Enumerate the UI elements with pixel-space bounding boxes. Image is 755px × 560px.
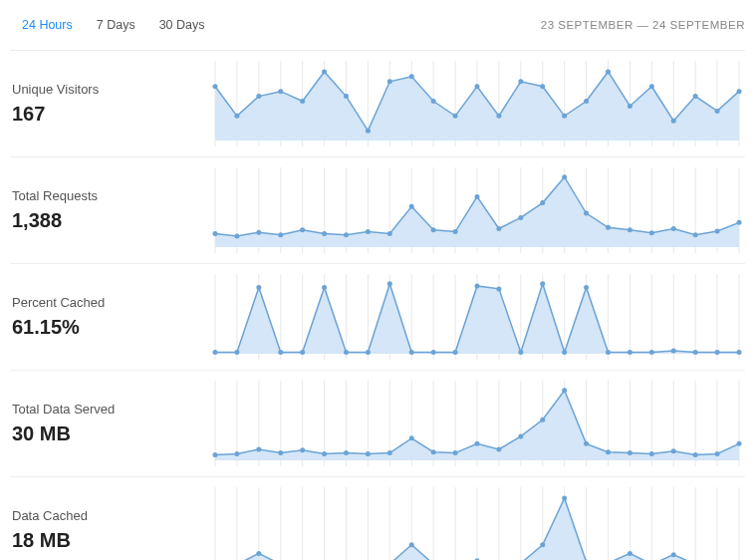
svg-point-37 xyxy=(475,84,480,89)
metric-value: 61.15% xyxy=(12,316,209,339)
svg-point-35 xyxy=(431,99,436,104)
svg-point-193 xyxy=(606,449,611,454)
metric-row-percent-cached: Percent Cached 61.15% xyxy=(10,264,745,371)
time-range-tabs: 24 Hours 7 Days 30 Days xyxy=(10,14,217,36)
svg-point-132 xyxy=(366,350,371,355)
svg-point-45 xyxy=(649,84,654,89)
svg-point-77 xyxy=(256,230,261,235)
svg-point-44 xyxy=(628,104,632,109)
svg-point-127 xyxy=(256,285,261,290)
svg-point-134 xyxy=(409,350,414,355)
svg-point-178 xyxy=(278,450,283,455)
svg-point-142 xyxy=(584,285,589,290)
svg-point-149 xyxy=(737,350,742,355)
sparkline-chart xyxy=(209,274,745,360)
svg-point-43 xyxy=(606,69,611,74)
svg-point-49 xyxy=(737,89,742,94)
svg-point-183 xyxy=(387,450,392,455)
svg-point-78 xyxy=(278,232,283,237)
svg-point-131 xyxy=(344,350,349,355)
header: 24 Hours 7 Days 30 Days 23 SEPTEMBER — 2… xyxy=(10,8,745,50)
svg-point-33 xyxy=(387,79,392,84)
svg-point-128 xyxy=(278,350,283,355)
svg-point-129 xyxy=(300,350,305,355)
svg-point-39 xyxy=(518,79,523,84)
svg-point-176 xyxy=(234,451,239,456)
svg-point-141 xyxy=(562,350,567,355)
svg-point-36 xyxy=(453,114,458,119)
tab-7-days[interactable]: 7 Days xyxy=(85,14,147,36)
svg-point-34 xyxy=(409,74,414,79)
sparkline-chart xyxy=(209,381,745,466)
svg-point-79 xyxy=(300,227,305,232)
svg-point-99 xyxy=(737,220,742,225)
svg-point-187 xyxy=(475,441,480,446)
tab-24-hours[interactable]: 24 Hours xyxy=(10,14,85,36)
metric-row-total-data-served: Total Data Served 30 MB xyxy=(10,371,745,477)
svg-point-30 xyxy=(322,69,327,74)
svg-point-46 xyxy=(671,119,676,124)
metric-row-total-requests: Total Requests 1,388 xyxy=(10,157,745,264)
metric-row-data-cached: Data Cached 18 MB xyxy=(10,477,745,560)
svg-point-93 xyxy=(606,225,611,230)
svg-point-95 xyxy=(649,230,654,235)
svg-point-98 xyxy=(715,228,720,233)
svg-point-83 xyxy=(387,231,392,236)
svg-point-145 xyxy=(649,350,654,355)
svg-point-137 xyxy=(475,283,480,288)
svg-point-246 xyxy=(671,552,676,557)
svg-point-32 xyxy=(366,129,371,134)
svg-point-25 xyxy=(213,84,218,89)
svg-point-240 xyxy=(540,542,545,547)
svg-point-85 xyxy=(431,227,436,232)
svg-point-89 xyxy=(518,215,523,220)
svg-point-190 xyxy=(540,418,545,422)
svg-point-139 xyxy=(518,350,523,355)
metric-value: 167 xyxy=(12,103,209,126)
svg-point-88 xyxy=(496,226,501,231)
svg-point-192 xyxy=(584,441,589,446)
svg-point-195 xyxy=(649,451,654,456)
svg-point-80 xyxy=(322,231,327,236)
metric-label-col: Unique Visitors 167 xyxy=(10,61,209,146)
svg-point-189 xyxy=(518,433,523,438)
svg-point-29 xyxy=(300,99,305,104)
svg-point-198 xyxy=(715,451,720,456)
svg-point-227 xyxy=(256,551,261,556)
svg-point-38 xyxy=(496,114,501,119)
svg-point-199 xyxy=(737,441,742,446)
sparkline-chart xyxy=(209,167,745,253)
metric-label-col: Total Data Served 30 MB xyxy=(10,381,209,466)
metric-label: Total Data Served xyxy=(12,402,209,417)
metric-value: 30 MB xyxy=(12,422,209,445)
svg-point-177 xyxy=(256,446,261,451)
svg-point-188 xyxy=(496,446,501,451)
metric-label-col: Percent Cached 61.15% xyxy=(10,274,209,360)
date-range: 23 SEPTEMBER — 24 SEPTEMBER xyxy=(541,19,745,31)
svg-point-84 xyxy=(409,204,414,209)
svg-point-81 xyxy=(344,232,349,237)
svg-point-94 xyxy=(628,227,632,232)
svg-point-75 xyxy=(213,231,218,236)
svg-point-179 xyxy=(300,447,305,452)
svg-point-186 xyxy=(453,450,458,455)
svg-point-148 xyxy=(715,350,720,355)
svg-point-185 xyxy=(431,449,436,454)
svg-point-41 xyxy=(562,114,567,119)
svg-point-180 xyxy=(322,451,327,456)
svg-point-31 xyxy=(344,94,349,99)
svg-point-96 xyxy=(671,226,676,231)
sparkline-chart xyxy=(209,61,745,146)
svg-point-42 xyxy=(584,99,589,104)
metric-value: 1,388 xyxy=(12,209,209,232)
svg-point-140 xyxy=(540,281,545,286)
svg-point-136 xyxy=(453,350,458,355)
svg-point-143 xyxy=(606,350,611,355)
svg-point-40 xyxy=(540,84,545,89)
svg-point-47 xyxy=(693,94,698,99)
tab-30-days[interactable]: 30 Days xyxy=(147,14,217,36)
metric-label: Total Requests xyxy=(12,188,209,203)
svg-point-147 xyxy=(693,350,698,355)
svg-point-182 xyxy=(366,451,371,456)
metric-label: Data Cached xyxy=(12,508,209,523)
